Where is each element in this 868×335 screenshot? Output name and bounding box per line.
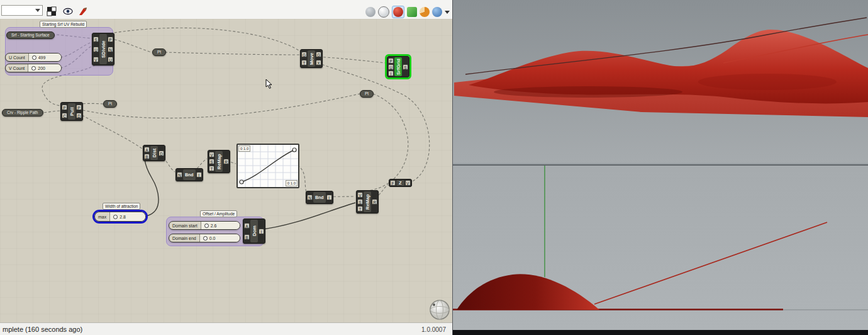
- output-port[interactable]: G: [316, 52, 321, 57]
- param-pt[interactable]: Pt: [360, 90, 374, 98]
- display-mode-icons: [365, 6, 450, 18]
- v-count-slider[interactable]: V Count 200: [5, 64, 62, 72]
- slider-track[interactable]: 200: [28, 64, 61, 72]
- component-label: Move: [308, 50, 315, 67]
- preview-shaded-icon: [393, 7, 403, 17]
- chevron-down-icon: [35, 9, 40, 12]
- input-port[interactable]: P: [388, 58, 394, 64]
- display-menu-chevron-icon[interactable]: [445, 11, 450, 14]
- paint-brush-icon[interactable]: [78, 6, 88, 16]
- pull-component[interactable]: P C Pull P D: [60, 102, 83, 121]
- input-port[interactable]: G: [301, 52, 307, 57]
- input-port[interactable]: T: [357, 206, 363, 212]
- param-pt[interactable]: Pt: [103, 100, 117, 108]
- group-label[interactable]: Offset / Amplitude: [200, 210, 237, 217]
- preview-off-icon[interactable]: [365, 7, 376, 17]
- input-port[interactable]: N: [177, 172, 182, 178]
- input-port[interactable]: V: [357, 192, 363, 198]
- slider-value: 200: [38, 66, 45, 71]
- graph-handle: [292, 148, 296, 152]
- dist-component[interactable]: A B Dist D: [143, 145, 165, 161]
- remote-control-icon[interactable]: [432, 7, 442, 17]
- input-port[interactable]: A: [244, 223, 250, 229]
- graph-mapper[interactable]: 0 1.0 0 1.0: [236, 144, 299, 188]
- grasshopper-rhino-window: Starting Srf UV Rebuild Srf - Starting S…: [0, 0, 868, 335]
- input-port[interactable]: V: [209, 152, 214, 157]
- grasshopper-toolbar: [0, 0, 452, 20]
- output-port[interactable]: I: [196, 172, 202, 178]
- dom-component[interactable]: A B Dom I: [243, 219, 265, 244]
- slider-knob[interactable]: [113, 215, 118, 219]
- tag-width-of-attraction[interactable]: Width of attraction: [103, 203, 140, 210]
- bounds-component[interactable]: N Bnd I: [306, 191, 333, 204]
- slider-track[interactable]: 2.8: [110, 212, 145, 221]
- input-port[interactable]: F: [390, 180, 396, 186]
- output-port[interactable]: V: [405, 180, 411, 186]
- input-port[interactable]: V: [93, 57, 99, 62]
- domain-end-slider[interactable]: Domain end 0.0: [169, 234, 240, 242]
- grasshopper-canvas[interactable]: Starting Srf UV Rebuild Srf - Starting S…: [0, 19, 452, 322]
- u-count-slider[interactable]: U Count 499: [5, 53, 62, 62]
- output-port[interactable]: I: [259, 229, 264, 234]
- input-port[interactable]: T: [209, 166, 214, 171]
- slider-track[interactable]: 2.6: [201, 222, 240, 229]
- output-port[interactable]: S: [403, 64, 408, 70]
- preview-wireframe-icon[interactable]: [378, 6, 389, 18]
- output-port[interactable]: I: [326, 195, 332, 200]
- output-port[interactable]: X: [316, 60, 321, 65]
- slider-knob[interactable]: [203, 236, 208, 241]
- input-port[interactable]: A: [144, 147, 150, 152]
- slider-track[interactable]: 499: [29, 54, 61, 61]
- output-port[interactable]: N: [108, 47, 113, 52]
- input-port[interactable]: P: [62, 105, 67, 110]
- remap-component[interactable]: V S T ReMap R: [356, 190, 379, 213]
- preview-eye-icon[interactable]: [63, 6, 73, 16]
- perspective-scene: [453, 0, 868, 163]
- move-component[interactable]: G T Move G X: [300, 49, 323, 68]
- input-port[interactable]: T: [301, 60, 307, 65]
- slider-knob[interactable]: [31, 66, 36, 71]
- bounds-component[interactable]: N Bnd I: [175, 168, 203, 181]
- input-port[interactable]: S: [357, 199, 363, 205]
- input-port[interactable]: B: [144, 154, 150, 159]
- srfgrid-component-selected[interactable]: P U I SrfGrid S: [387, 56, 409, 77]
- input-port[interactable]: N: [307, 195, 313, 200]
- viewport-front[interactable]: [453, 164, 868, 331]
- slider-label: U Count: [6, 54, 29, 61]
- profiler-icon[interactable]: [420, 7, 430, 17]
- navigation-compass[interactable]: [428, 298, 451, 321]
- input-port[interactable]: U: [93, 47, 99, 52]
- slider-track[interactable]: 0.0: [200, 234, 240, 242]
- output-port[interactable]: P: [108, 37, 113, 42]
- input-port[interactable]: C: [62, 113, 67, 118]
- viewport-perspective[interactable]: [453, 0, 868, 163]
- max-slider-selected[interactable]: max 2.8: [94, 212, 146, 222]
- remap-component[interactable]: V S T ReMap R: [208, 150, 230, 173]
- param-pt[interactable]: Pt: [152, 48, 166, 56]
- canvas-view-dropdown[interactable]: [1, 5, 43, 16]
- zoom-factor-text: 1.0.0007: [421, 326, 446, 333]
- param-srf-starting-surface[interactable]: Srf - Starting Surface: [6, 31, 55, 39]
- output-port[interactable]: R: [223, 159, 229, 164]
- input-port[interactable]: S: [209, 159, 214, 164]
- param-crv-ripple-path[interactable]: Crv - Ripple Path: [2, 109, 43, 116]
- unit-z-component[interactable]: F Z V: [389, 179, 412, 187]
- sdivide-component[interactable]: S U V SDivide P N U: [92, 33, 114, 65]
- input-port[interactable]: U: [388, 64, 394, 70]
- slider-knob[interactable]: [204, 224, 209, 228]
- output-port[interactable]: P: [76, 105, 82, 110]
- output-port[interactable]: R: [372, 199, 377, 205]
- preview-shaded-selected[interactable]: [392, 6, 404, 18]
- output-port[interactable]: D: [76, 113, 82, 118]
- input-port[interactable]: B: [244, 234, 250, 240]
- component-label: ReMap: [364, 191, 371, 212]
- domain-start-slider[interactable]: Domain start 2.6: [169, 221, 240, 230]
- output-port[interactable]: D: [159, 150, 164, 156]
- output-port[interactable]: U: [108, 57, 113, 62]
- input-port[interactable]: I: [388, 71, 394, 76]
- input-port[interactable]: S: [93, 37, 99, 42]
- slider-knob[interactable]: [32, 55, 36, 60]
- preview-custom-icon[interactable]: [407, 7, 417, 17]
- group-label[interactable]: Starting Srf UV Rebuild: [40, 21, 87, 28]
- checker-grid-icon[interactable]: [47, 6, 57, 16]
